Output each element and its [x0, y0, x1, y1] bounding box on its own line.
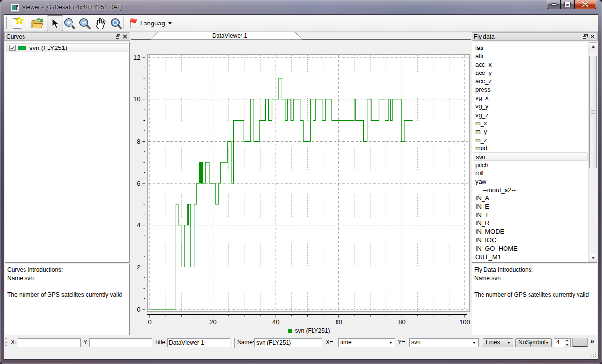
svg-text:12: 12 [133, 54, 140, 61]
float-icon [116, 34, 120, 39]
flydata-item-acc_y[interactable]: acc_y [473, 69, 588, 77]
svg-text:6: 6 [137, 180, 140, 187]
chevron-down-icon [507, 342, 510, 344]
flydata-item-m_x[interactable]: m_x [473, 119, 588, 127]
flydata-item-svn[interactable]: svn [473, 152, 588, 161]
curves-close-button[interactable] [121, 33, 128, 40]
curve-list-item[interactable]: svn (FLY251) [6, 43, 128, 52]
curves-float-button[interactable] [115, 33, 121, 40]
flydata-dock-titlebar[interactable]: Fly data [472, 32, 598, 41]
arrow-up-icon [566, 340, 569, 341]
flydata-float-button[interactable] [582, 33, 589, 40]
scroll-down-button[interactable] [589, 254, 597, 262]
flydata-item-IN_MODE[interactable]: IN_MODE [473, 227, 588, 236]
spin-down-button[interactable] [564, 342, 570, 347]
line-width-spinbox[interactable]: 4 [554, 338, 571, 347]
flydata-intro-line2: Name:svn [474, 274, 595, 283]
title-bar[interactable]: Viewer - [G:/Desafio 4x4/FLY251.DAT] [0, 0, 602, 15]
flydata-item-pitch[interactable]: pitch [473, 161, 588, 169]
flydata-item-vg_x[interactable]: vg_x [473, 94, 588, 102]
name-input[interactable] [254, 338, 322, 347]
minimize-icon [547, 0, 560, 9]
flydata-item-IN_R[interactable]: IN_R [473, 219, 588, 227]
yaxis-combobox[interactable]: svn [409, 338, 479, 347]
new-file-button[interactable] [9, 15, 25, 31]
zoom-reset-icon [110, 17, 122, 30]
title-input[interactable] [167, 338, 230, 347]
select-tool-button[interactable] [47, 15, 63, 31]
language-button[interactable]: Languag [126, 15, 175, 31]
svg-text:8: 8 [137, 138, 140, 145]
svg-text:20: 20 [209, 318, 216, 326]
color-button[interactable] [572, 338, 588, 347]
float-icon [583, 34, 588, 39]
curves-dock-titlebar[interactable]: Curves [4, 32, 130, 41]
flydata-item-acc_x[interactable]: acc_x [473, 60, 588, 69]
flydata-item-IN_IOC[interactable]: IN_IOC [473, 236, 588, 244]
pan-tool-button[interactable] [92, 15, 109, 31]
flydata-item-press[interactable]: press [473, 85, 588, 94]
toolbar-separator [123, 17, 124, 29]
flydata-item-vg_z[interactable]: vg_z [473, 111, 588, 119]
zoom-out-icon [78, 17, 91, 30]
flydata-item-vg_y[interactable]: vg_y [473, 102, 588, 110]
symbol-combobox[interactable]: NoSymbol [515, 338, 552, 347]
flydata-scrollbar[interactable] [588, 42, 597, 262]
language-label: Languag [140, 20, 165, 27]
open-file-button[interactable] [29, 15, 46, 31]
toolbar-grip[interactable] [234, 338, 235, 348]
toolbar-grip[interactable] [6, 17, 7, 29]
flydata-item-IN_A[interactable]: IN_A [473, 194, 588, 202]
zoom-in-button[interactable] [62, 15, 77, 31]
xaxis-combobox[interactable]: time [338, 338, 395, 347]
flydata-item-mod[interactable]: mod [473, 144, 588, 152]
zoom-in-icon [63, 17, 76, 30]
zoom-reset-button[interactable] [108, 15, 124, 31]
flydata-item-yaw[interactable]: yaw [473, 177, 588, 186]
curve-label: svn (FLY251) [29, 44, 67, 51]
svg-text:0: 0 [148, 318, 151, 326]
flydata-item-IN_GO_HOME[interactable]: IN_GO_HOME [473, 244, 588, 253]
maximize-button[interactable] [561, 0, 575, 9]
flydata-item-m_y[interactable]: m_y [473, 127, 588, 136]
flydata-item-inout_a2[interactable]: --inout_a2-- [473, 186, 588, 194]
flydata-item-roll[interactable]: roll [473, 169, 588, 177]
curves-list[interactable]: svn (FLY251) [5, 42, 130, 263]
minimize-button[interactable] [547, 0, 561, 9]
flydata-item-IN_E[interactable]: IN_E [473, 202, 588, 211]
arrow-down-icon [566, 344, 569, 346]
flydata-item-m_z[interactable]: m_z [473, 136, 588, 144]
zoom-out-button[interactable] [77, 15, 93, 31]
toolbar-overflow-chevron[interactable]: » [590, 338, 594, 345]
new-file-icon [11, 17, 23, 30]
x-coord-input[interactable] [18, 338, 81, 347]
svg-text:2: 2 [137, 264, 140, 271]
plot-legend[interactable]: svn (FLY251) [147, 327, 470, 334]
svg-text:4: 4 [137, 221, 140, 229]
scroll-up-button[interactable] [589, 42, 597, 50]
flydata-close-button[interactable] [589, 33, 596, 40]
app-window: Viewer - [G:/Desafio 4x4/FLY251.DAT] [0, 0, 602, 364]
chevron-down-icon [473, 342, 476, 344]
flydata-item-acc_z[interactable]: acc_z [473, 77, 588, 85]
curve-checkbox[interactable] [9, 45, 16, 51]
y-coord-input[interactable] [89, 338, 152, 347]
line-style-combobox[interactable]: Lines [483, 338, 513, 347]
close-button[interactable] [575, 0, 596, 9]
curves-intro-description: The number of GPS satellites currently v… [7, 291, 127, 299]
curves-intro-line1: Curves Introductions: [7, 266, 127, 274]
curves-dock-title: Curves [6, 33, 25, 40]
flydata-list[interactable]: latialtiacc_xacc_yacc_zpressvg_xvg_yvg_z… [472, 42, 597, 263]
tab-label[interactable]: DataViewer 1 [150, 32, 309, 40]
flydata-item-OUT_M1[interactable]: OUT_M1 [473, 253, 588, 261]
scrollbar-thumb[interactable] [589, 56, 597, 168]
flydata-item-lati[interactable]: lati [473, 44, 588, 52]
flydata-item-IN_T[interactable]: IN_T [473, 211, 588, 219]
flydata-item-alti[interactable]: alti [473, 52, 588, 60]
maximize-icon [561, 0, 574, 9]
toolbar-grip[interactable] [5, 338, 7, 348]
legend-label: svn (FLY251) [295, 327, 330, 334]
curves-intro-box: Curves Introductions: Name:svn The numbe… [5, 264, 130, 335]
flydata-intro-line1: Fly Data Introductions: [474, 266, 595, 274]
resize-grip[interactable] [590, 352, 596, 358]
